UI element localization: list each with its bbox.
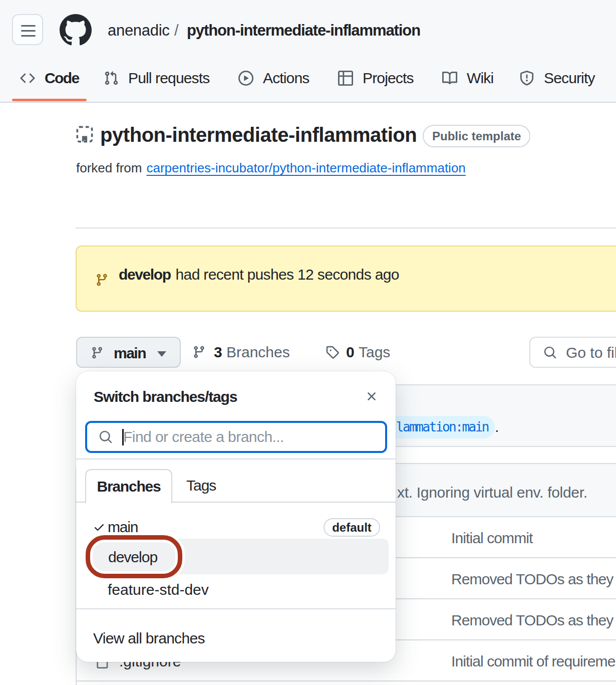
- tab-tags[interactable]: Tags: [186, 478, 216, 493]
- close-icon[interactable]: [365, 389, 379, 403]
- commit-message-link[interactable]: Initial commit: [451, 531, 532, 546]
- recent-push-banner: develophad recent pushes 12 seconds ago: [76, 246, 616, 312]
- tab-branches[interactable]: Branches: [85, 469, 172, 503]
- tag-icon: [326, 345, 339, 359]
- infobar-period: .: [495, 415, 499, 438]
- branch-selector-button[interactable]: main: [76, 337, 181, 368]
- latest-commit-message[interactable]: xt. Ignoring virtual env. folder.: [397, 485, 587, 500]
- section-divider: [76, 227, 616, 229]
- tab-actions[interactable]: Actions: [238, 69, 309, 87]
- hamburger-menu-button[interactable]: [12, 14, 43, 45]
- tab-projects[interactable]: Projects: [338, 69, 414, 87]
- breadcrumb-owner-link[interactable]: anenadic: [108, 23, 169, 39]
- app-header: anenadic / python-intermediate-inflammat…: [0, 0, 616, 103]
- switch-branches-dialog: Switch branches/tags Branches Tags main …: [76, 371, 396, 662]
- pull-request-icon: [104, 71, 119, 86]
- forked-from-link[interactable]: carpentries-incubator/python-intermediat…: [147, 160, 466, 175]
- tags-count-link[interactable]: 0: [346, 345, 355, 360]
- dialog-title: Switch branches/tags: [94, 389, 237, 405]
- go-to-file-input[interactable]: Go to fil: [529, 337, 616, 368]
- github-repo-page: anenadic / python-intermediate-inflammat…: [0, 0, 616, 685]
- shield-icon: [519, 71, 534, 86]
- hamburger-icon: [21, 25, 36, 27]
- breadcrumb-repo-link[interactable]: python-intermediate-inflammation: [187, 23, 420, 39]
- branch-item-main[interactable]: main: [108, 520, 138, 535]
- tab-code[interactable]: Code: [20, 69, 79, 87]
- default-badge: default: [324, 518, 380, 537]
- breadcrumb-separator: /: [174, 23, 179, 39]
- repo-template-icon: [76, 126, 93, 143]
- tab-security[interactable]: Security: [519, 69, 595, 87]
- branch-icon: [192, 345, 206, 359]
- branch-icon: [91, 346, 104, 359]
- divider: [76, 608, 396, 609]
- tab-wiki[interactable]: Wiki: [442, 69, 493, 87]
- forked-from-label: forked from: [76, 160, 142, 175]
- play-icon: [238, 71, 253, 86]
- tags-label[interactable]: Tags: [359, 345, 390, 360]
- search-icon: [99, 430, 113, 444]
- code-icon: [20, 71, 35, 86]
- commit-message-link[interactable]: Removed TODOs as they: [451, 613, 613, 628]
- chevron-down-icon: [157, 351, 166, 357]
- active-tab-underline: [12, 99, 87, 101]
- view-all-branches-link[interactable]: View all branches: [93, 631, 205, 646]
- check-icon: [93, 521, 105, 533]
- table-row: [77, 681, 616, 685]
- branch-search-input[interactable]: [123, 423, 374, 451]
- branches-label[interactable]: Branches: [226, 345, 290, 360]
- divider: [76, 459, 396, 460]
- branch-icon: [95, 273, 109, 287]
- branch-search-field[interactable]: [85, 421, 387, 453]
- projects-icon: [338, 71, 353, 86]
- page-title: python-intermediate-inflammation: [100, 123, 417, 146]
- github-logo-icon[interactable]: [60, 14, 92, 46]
- commit-message-link[interactable]: Removed TODOs as they: [451, 572, 613, 587]
- branch-item-feature-std-dev[interactable]: feature-std-dev: [108, 582, 209, 597]
- branches-count-link[interactable]: 3: [214, 345, 222, 360]
- book-icon: [442, 71, 457, 86]
- forked-from-line: forked fromcarpentries-incubator/python-…: [76, 161, 466, 175]
- tab-pull-requests[interactable]: Pull requests: [104, 69, 209, 87]
- search-icon: [543, 346, 557, 359]
- recent-push-text: develophad recent pushes 12 seconds ago: [119, 267, 399, 282]
- annotation-ring: [86, 535, 182, 578]
- visibility-badge: Public template: [423, 125, 530, 147]
- branch-code-chip: lammation:main: [381, 416, 495, 438]
- commit-message-link[interactable]: Initial commit of requireme: [451, 654, 615, 669]
